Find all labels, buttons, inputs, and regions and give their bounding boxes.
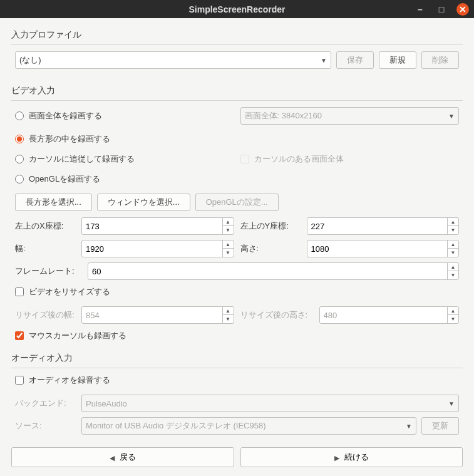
h-value[interactable] (307, 241, 448, 257)
opengl-settings-button: OpenGLの設定... (195, 194, 279, 211)
delete-button: 削除 (421, 51, 459, 69)
new-button[interactable]: 新規 (379, 51, 416, 69)
profile-selected: (なし) (19, 54, 41, 66)
arrow-right-icon (334, 453, 339, 462)
label-x: 左上のX座標: (15, 220, 76, 232)
label-rh: リサイズ後の高さ: (240, 309, 314, 321)
radio-cursor-label: カーソルに追従して録画する (29, 153, 135, 165)
next-button[interactable]: 続ける (240, 447, 463, 467)
label-w: 幅: (15, 243, 76, 254)
minimize-icon[interactable]: – (414, 3, 426, 16)
radio-opengl[interactable] (15, 175, 24, 184)
chk-cursor-screen-label: カーソルのある画面全体 (254, 153, 344, 165)
label-backend: バックエンド: (15, 398, 76, 409)
stepper-down-icon[interactable]: ▼ (448, 249, 458, 257)
stepper-down-icon[interactable]: ▼ (223, 249, 234, 257)
stepper-up-icon: ▲ (448, 307, 458, 315)
chk-record-audio-label: オーディオを録音する (29, 375, 110, 386)
radio-rect-label: 長方形の中を録画する (29, 133, 110, 145)
h-input[interactable]: ▲▼ (307, 240, 460, 257)
audio-section-title: オーディオ入力 (11, 353, 463, 364)
stepper-up-icon[interactable]: ▲ (448, 241, 458, 249)
back-label: 戻る (120, 452, 136, 463)
chk-record-cursor[interactable] (15, 331, 24, 340)
chevron-down-icon: ▼ (448, 113, 455, 120)
profile-select[interactable]: (なし) ▼ (15, 51, 331, 69)
screen-selected: 画面全体: 3840x2160 (245, 110, 322, 122)
source-value: Monitor of USB Audio デジタルステレオ (IEC958) (86, 420, 266, 432)
label-rw: リサイズ後の幅: (15, 309, 76, 321)
select-window-button[interactable]: ウィンドウを選択... (97, 194, 190, 211)
y-value[interactable] (307, 218, 448, 234)
close-icon[interactable]: ✕ (456, 3, 469, 16)
back-button[interactable]: 戻る (11, 447, 234, 467)
chk-record-audio[interactable] (15, 376, 24, 385)
maximize-icon[interactable]: □ (435, 3, 448, 16)
radio-rect[interactable] (15, 135, 24, 143)
profile-section-title: 入力プロファイル (11, 29, 463, 41)
chevron-down-icon: ▼ (321, 57, 327, 64)
chevron-down-icon: ▼ (406, 423, 412, 430)
stepper-up-icon[interactable]: ▲ (448, 218, 458, 226)
label-y: 左上のY座標: (240, 220, 302, 232)
rw-value (82, 307, 222, 323)
radio-cursor[interactable] (15, 155, 24, 163)
stepper-down-icon: ▼ (448, 315, 458, 323)
label-source: ソース: (15, 420, 76, 432)
window-title: SimpleScreenRecorder (188, 4, 285, 14)
x-value[interactable] (82, 218, 222, 234)
radio-fullscreen[interactable] (15, 111, 24, 120)
stepper-up-icon[interactable]: ▲ (223, 241, 234, 249)
refresh-button: 更新 (421, 417, 459, 435)
y-input[interactable]: ▲▼ (307, 217, 460, 235)
stepper-down-icon[interactable]: ▼ (448, 226, 458, 234)
chk-cursor-screen (240, 155, 249, 163)
rh-input: ▲▼ (319, 306, 460, 324)
source-select: Monitor of USB Audio デジタルステレオ (IEC958) ▼ (81, 417, 416, 435)
select-rect-button[interactable]: 長方形を選択... (15, 194, 92, 211)
stepper-up-icon[interactable]: ▲ (223, 218, 234, 226)
backend-select: PulseAudio ▼ (81, 395, 459, 412)
fps-value[interactable] (88, 263, 447, 279)
chk-resize[interactable] (15, 287, 24, 296)
chevron-down-icon: ▼ (448, 400, 455, 407)
chk-resize-label: ビデオをリサイズする (29, 286, 110, 298)
stepper-up-icon[interactable]: ▲ (448, 263, 458, 271)
rw-input: ▲▼ (81, 306, 234, 324)
backend-value: PulseAudio (86, 399, 127, 408)
radio-opengl-label: OpenGLを録画する (29, 173, 100, 185)
arrow-left-icon (110, 453, 115, 462)
w-input[interactable]: ▲▼ (81, 240, 234, 257)
titlebar: SimpleScreenRecorder – □ ✕ (0, 0, 474, 18)
label-h: 高さ: (240, 243, 302, 254)
x-input[interactable]: ▲▼ (81, 217, 234, 235)
radio-fullscreen-label: 画面全体を録画する (29, 110, 102, 122)
screen-select: 画面全体: 3840x2160 ▼ (240, 107, 460, 125)
stepper-down-icon[interactable]: ▼ (448, 271, 458, 279)
video-section-title: ビデオ入力 (11, 85, 463, 96)
save-button: 保存 (336, 51, 374, 69)
chk-record-cursor-label: マウスカーソルも録画する (29, 330, 126, 341)
stepper-up-icon: ▲ (223, 307, 234, 315)
label-fps: フレームレート: (15, 266, 83, 277)
stepper-down-icon: ▼ (223, 315, 234, 323)
stepper-down-icon[interactable]: ▼ (223, 226, 234, 234)
next-label: 続ける (344, 452, 369, 463)
fps-input[interactable]: ▲▼ (88, 262, 459, 280)
w-value[interactable] (82, 241, 222, 257)
rh-value (320, 307, 448, 323)
